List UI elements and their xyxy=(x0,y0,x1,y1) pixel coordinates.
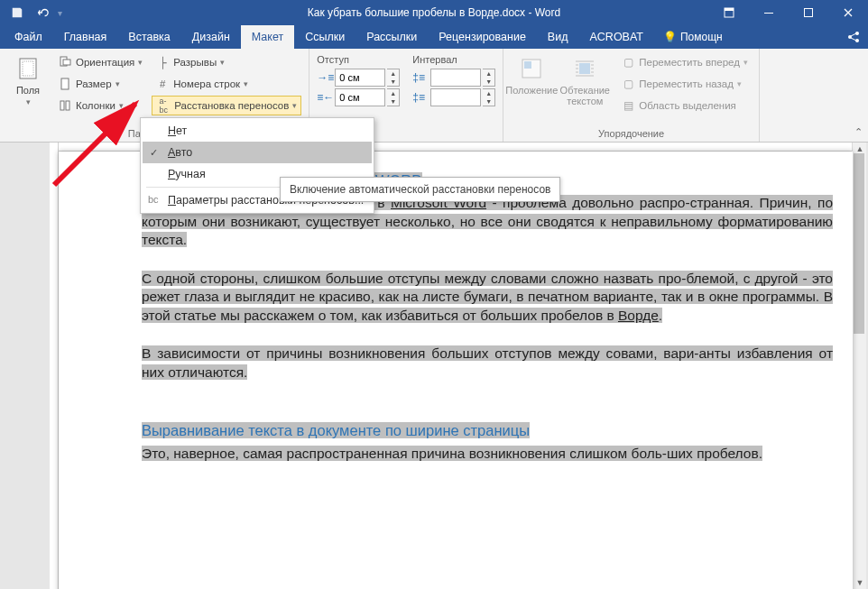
arrange-group-label: Упорядочение xyxy=(511,126,752,140)
window-title: Как убрать большие пробелы в Ворде.docx … xyxy=(308,6,560,19)
window-controls xyxy=(709,0,868,25)
size-label: Размер xyxy=(76,78,112,89)
tooltip: Включение автоматической расстановки пер… xyxy=(280,177,560,202)
spacing-before-row: ‡≡ ▲▼ xyxy=(412,69,495,87)
size-button[interactable]: Размер▾ xyxy=(54,74,146,94)
save-button[interactable] xyxy=(7,3,27,23)
spacing-before-icon: ‡≡ xyxy=(412,71,429,84)
collapse-ribbon-button[interactable]: ⌃ xyxy=(854,126,863,138)
breaks-button[interactable]: ├ Разрывы▾ xyxy=(152,52,301,72)
indent-right-icon: ≡← xyxy=(317,91,333,104)
spacing-after-icon: ‡≡ xyxy=(412,91,429,104)
tab-home[interactable]: Главная xyxy=(53,25,118,49)
svg-rect-11 xyxy=(61,78,69,89)
line-numbers-button[interactable]: # Номера строк▾ xyxy=(152,74,301,94)
tab-view[interactable]: Вид xyxy=(537,25,579,49)
wrap-label: Обтекание текстом xyxy=(558,85,612,106)
document-area: ▲ ▼ Убираем большие пробелы в MS WORD Бо… xyxy=(0,143,866,589)
indent-right-input[interactable] xyxy=(335,88,385,106)
tab-mailings[interactable]: Рассылки xyxy=(356,25,428,49)
tab-layout[interactable]: Макет xyxy=(241,25,294,49)
svg-rect-13 xyxy=(66,101,69,110)
quick-access-toolbar: ▾ xyxy=(0,3,62,23)
svg-rect-2 xyxy=(764,13,773,14)
qat-dropdown-icon[interactable]: ▾ xyxy=(58,8,62,18)
spacing-after-spinner[interactable]: ▲▼ xyxy=(483,88,495,106)
doc-paragraph-3: В зависимости от причины возникновения б… xyxy=(142,345,833,382)
chevron-down-icon: ▾ xyxy=(26,97,31,106)
scroll-down-icon[interactable]: ▼ xyxy=(853,576,866,589)
spacing-after-row: ‡≡ ▲▼ xyxy=(412,88,495,106)
check-icon: ✓ xyxy=(150,147,158,159)
tell-me-label: Помощн xyxy=(680,31,723,43)
maximize-button[interactable] xyxy=(789,0,828,25)
selection-pane-label: Область выделения xyxy=(639,100,736,111)
scroll-thumb[interactable] xyxy=(854,153,864,334)
document-page[interactable]: Убираем большие пробелы в MS WORD Больши… xyxy=(59,152,853,589)
vertical-ruler[interactable] xyxy=(50,143,59,589)
indent-right-row: ≡← ▲▼ xyxy=(317,88,400,106)
bring-forward-button[interactable]: ▢ Переместить вперед▾ xyxy=(617,52,752,72)
wrap-text-button[interactable]: Обтекание текстом xyxy=(558,52,612,119)
selection-pane-button[interactable]: ▤ Область выделения xyxy=(617,96,752,115)
orientation-label: Ориентация xyxy=(76,57,134,68)
breaks-icon: ├ xyxy=(155,55,170,69)
columns-label: Колонки xyxy=(76,100,115,111)
indent-left-row: →≡ ▲▼ xyxy=(317,69,400,87)
tab-acrobat[interactable]: ACROBAT xyxy=(578,25,654,49)
spacing-header: Интервал xyxy=(412,54,495,67)
margins-button[interactable]: Поля ▾ xyxy=(7,52,49,119)
selection-pane-icon: ▤ xyxy=(621,98,635,113)
tab-design[interactable]: Дизайн xyxy=(181,25,241,49)
minimize-button[interactable] xyxy=(749,0,789,25)
indent-left-spinner[interactable]: ▲▼ xyxy=(387,69,400,87)
close-button[interactable] xyxy=(828,0,868,25)
spacing-before-input[interactable] xyxy=(430,69,481,87)
send-backward-button[interactable]: ▢ Переместить назад▾ xyxy=(617,74,752,94)
svg-rect-10 xyxy=(63,60,70,65)
breaks-label: Разрывы xyxy=(173,57,217,68)
svg-rect-1 xyxy=(725,8,734,11)
line-numbers-label: Номера строк xyxy=(173,78,240,89)
tab-references[interactable]: Ссылки xyxy=(294,25,356,49)
hyph-auto[interactable]: ✓ Авто xyxy=(143,142,372,163)
hyph-none[interactable]: Нет xyxy=(143,120,372,142)
ribbon-display-options-button[interactable] xyxy=(709,0,749,25)
lightbulb-icon: 💡 xyxy=(663,31,677,43)
columns-button[interactable]: Колонки▾ xyxy=(54,96,146,115)
indent-left-icon: →≡ xyxy=(317,71,333,84)
doc-heading-2: Выравнивание текста в документе по ширин… xyxy=(142,421,833,440)
wrap-icon xyxy=(570,54,599,83)
tell-me[interactable]: 💡 Помощн xyxy=(654,25,732,49)
tab-review[interactable]: Рецензирование xyxy=(428,25,537,49)
svg-rect-16 xyxy=(579,63,590,74)
tab-file[interactable]: Файл xyxy=(4,25,53,49)
indent-left-input[interactable] xyxy=(335,69,385,87)
spacing-after-input[interactable] xyxy=(430,88,481,106)
size-icon xyxy=(58,77,72,91)
hyphenation-label: Расстановка переносов xyxy=(174,100,289,111)
tab-insert[interactable]: Вставка xyxy=(117,25,180,49)
share-icon xyxy=(846,30,861,44)
columns-icon xyxy=(58,98,72,113)
bring-forward-icon: ▢ xyxy=(621,55,635,69)
hyphenation-button[interactable]: a-bc Расстановка переносов▾ xyxy=(152,96,301,115)
spacing-before-spinner[interactable]: ▲▼ xyxy=(483,69,495,87)
doc-paragraph-2: С одной стороны, слишком большие отступы… xyxy=(142,270,833,325)
orientation-icon xyxy=(58,55,72,69)
vertical-scrollbar[interactable]: ▲ ▼ xyxy=(852,143,866,589)
position-button[interactable]: Положение xyxy=(511,52,552,119)
position-icon xyxy=(517,54,546,83)
svg-rect-15 xyxy=(524,61,531,69)
undo-button[interactable] xyxy=(32,3,52,23)
send-backward-icon: ▢ xyxy=(621,77,635,91)
title-bar: ▾ Как убрать большие пробелы в Ворде.doc… xyxy=(0,0,868,25)
share-button[interactable] xyxy=(846,30,861,44)
indent-right-spinner[interactable]: ▲▼ xyxy=(387,88,400,106)
group-arrange: Положение Обтекание текстом ▢ Переместит… xyxy=(503,49,760,142)
svg-rect-12 xyxy=(60,101,64,110)
hyphenation-icon: a-bc xyxy=(156,98,171,113)
doc-paragraph-4: Это, наверное, самая распространенная пр… xyxy=(142,445,833,463)
hyph-options-icon: bc xyxy=(148,194,159,205)
orientation-button[interactable]: Ориентация▾ xyxy=(54,52,146,72)
